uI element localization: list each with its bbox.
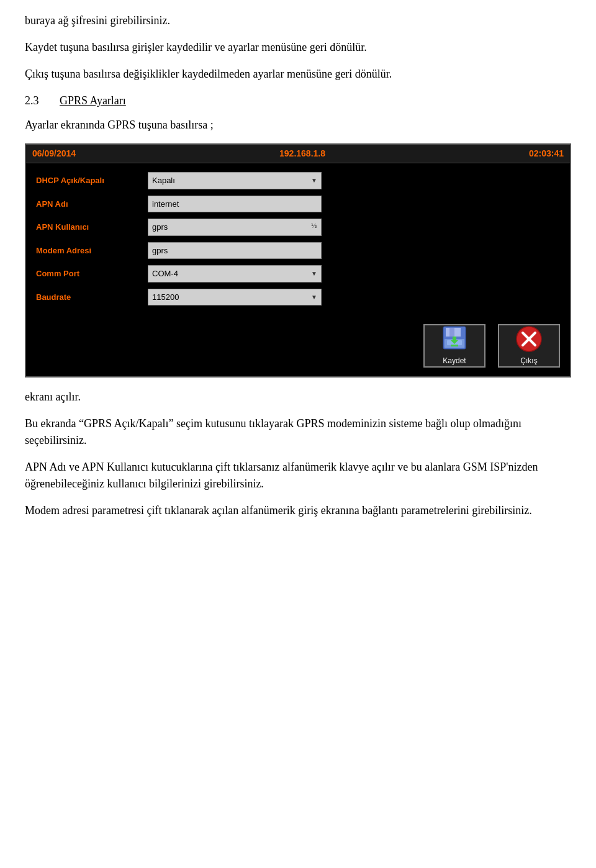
form-row-apn-name: APN Adı internet (36, 196, 560, 213)
form-row-dhcp: DHCP Açık/Kapalı Kapalı (36, 172, 560, 189)
save-icon (441, 325, 468, 353)
field-comm-port[interactable]: COM-4 (148, 265, 322, 283)
field-apn-name-value: internet (152, 198, 179, 210)
section-number: 2.3 (25, 93, 50, 109)
para-modem-address: Modem adresi parametresi çift tıklanarak… (25, 502, 571, 519)
field-comm-port-value: COM-4 (152, 268, 178, 280)
screen-time: 02:03:41 (529, 147, 564, 160)
screen-ip: 192.168.1.8 (279, 147, 325, 160)
form-row-comm-port: Comm Port COM-4 (36, 265, 560, 283)
after-screen-text: ekranı açılır. (25, 389, 571, 405)
form-row-baudrate: Baudrate 115200 (36, 289, 560, 306)
screen-body: DHCP Açık/Kapalı Kapalı APN Adı internet… (26, 163, 570, 318)
label-apn-name: APN Adı (36, 198, 148, 210)
field-apn-user-value: gprs (152, 221, 168, 233)
para-exit: Çıkış tuşuna basılırsa değişiklikler kay… (25, 66, 571, 83)
para-save: Kaydet tuşuna basılırsa girişler kaydedi… (25, 39, 571, 56)
section-desc: Ayarlar ekranında GPRS tuşuna basılırsa … (25, 117, 571, 133)
field-baudrate[interactable]: 115200 (148, 289, 322, 306)
label-baudrate: Baudrate (36, 291, 148, 304)
form-row-modem: Modem Adresi gprs (36, 242, 560, 260)
exit-button[interactable]: Çıkış (498, 324, 560, 368)
svg-rect-2 (449, 328, 454, 337)
label-dhcp: DHCP Açık/Kapalı (36, 174, 148, 187)
field-baudrate-value: 115200 (152, 291, 179, 304)
screen-date: 06/09/2014 (32, 147, 76, 160)
para-apn-fields: APN Adı ve APN Kullanıcı kutucuklarına ç… (25, 459, 571, 492)
field-apn-user[interactable]: gprs ⅓ (148, 219, 322, 236)
screen-buttons: Kaydet Çıkış (26, 318, 570, 376)
field-dhcp[interactable]: Kapalı (148, 172, 322, 189)
device-screen: 06/09/2014 192.168.1.8 02:03:41 DHCP Açı… (25, 143, 571, 377)
screen-header: 06/09/2014 192.168.1.8 02:03:41 (26, 145, 570, 163)
fraction-indicator: ⅓ (311, 221, 317, 230)
para-gprs-checkbox: Bu ekranda “GPRS Açık/Kapalı” seçim kutu… (25, 415, 571, 449)
field-modem-value: gprs (152, 245, 168, 257)
field-modem[interactable]: gprs (148, 242, 322, 260)
form-row-apn-user: APN Kullanıcı gprs ⅓ (36, 219, 560, 236)
label-modem: Modem Adresi (36, 245, 148, 257)
label-comm-port: Comm Port (36, 268, 148, 280)
label-apn-user: APN Kullanıcı (36, 221, 148, 233)
field-apn-name[interactable]: internet (148, 196, 322, 213)
exit-button-label: Çıkış (520, 355, 537, 366)
intro-line: buraya ağ şifresini girebilirsiniz. (25, 12, 571, 29)
save-button-label: Kaydet (443, 355, 466, 366)
field-dhcp-value: Kapalı (152, 174, 175, 187)
section-header: 2.3 GPRS Ayarları (25, 93, 571, 109)
section-title: GPRS Ayarları (60, 93, 126, 109)
svg-rect-6 (451, 345, 458, 346)
exit-icon (515, 325, 543, 353)
save-button[interactable]: Kaydet (423, 324, 485, 368)
